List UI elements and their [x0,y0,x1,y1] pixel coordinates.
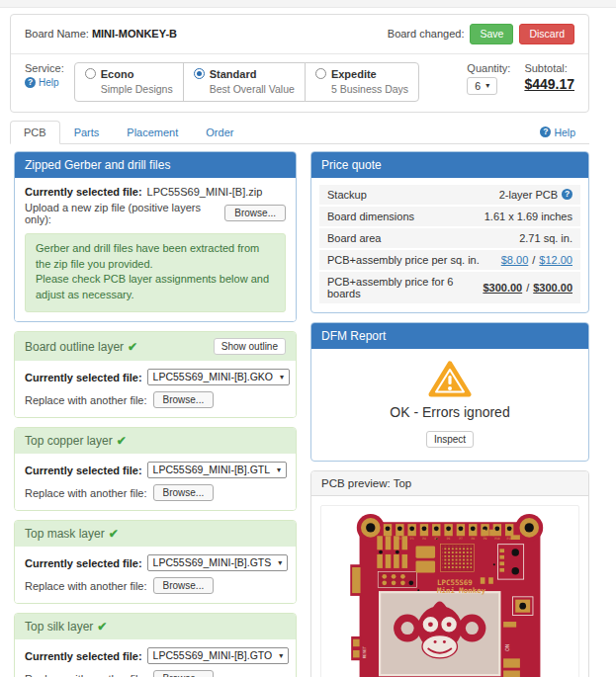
radio-expedite[interactable] [315,68,326,79]
dfm-status-text: OK - Errors ignored [321,404,578,420]
layer-file-value: LPC55S69_MINI-[B].GTS [153,556,272,568]
chevron-down-icon: ▾ [280,373,284,381]
gerber-extracted-alert: Gerber and drill files have been extract… [25,233,286,313]
service-option-name: Econo [101,68,134,80]
quantity-dropdown[interactable]: 6 ▾ [467,77,497,95]
layer-panel-top-mask: Top mask layer✔ Currently selected file:… [14,520,297,604]
price-row-dimensions: Board dimensions 1.61 x 1.69 inches [319,207,580,226]
layer-panel-top-silk: Top silk layer✔ Currently selected file:… [14,613,297,677]
service-option-econo[interactable]: Econo Simple Designs [74,62,184,102]
alert-line: Please check PCB layer assignments below… [36,272,275,303]
check-icon: ✔ [109,527,119,541]
service-option-expedite[interactable]: Expedite 5 Business Days [305,62,419,102]
quantity-value: 6 [475,80,481,92]
service-help-label: Help [39,77,59,88]
radio-econo[interactable] [85,68,96,79]
help-icon: ? [25,77,36,88]
pcb-preview-top-panel: PCB preview: Top [310,470,589,677]
price-separator: / [532,254,535,266]
svg-text:P11: P11 [506,537,512,541]
service-option-standard[interactable]: Standard Best Overall Value [183,62,306,102]
board-name: Board Name: MINI-MONKEY-B [25,28,177,40]
current-file-label: Currently selected file: [25,557,142,569]
service-options: Econo Simple Designs Standard Best Overa… [74,62,419,102]
service-option-name: Standard [210,68,257,80]
layer-browse-button[interactable]: Browse... [153,484,215,501]
pcb-price-link[interactable]: $8.00 [501,254,529,266]
warning-triangle-icon [428,361,472,398]
browser-chrome-strip [0,0,616,8]
service-option-desc: 5 Business Days [331,83,408,95]
pcb-total-link[interactable]: $300.00 [483,282,522,294]
layer-file-select-gto[interactable]: LPC55S69_MINI-[B].GTO ▾ [147,647,290,664]
zip-browse-button[interactable]: Browse... [224,205,286,221]
right-column: Price quote Stackup 2-layer PCB ? Board … [310,151,589,677]
layer-title: Board outline layer✔ [25,340,137,354]
dfm-report-panel: DFM Report OK - Errors ignored Inspect [310,322,589,462]
layer-file-value: LPC55S69_MINI-[B].GTL [153,464,270,475]
save-button[interactable]: Save [470,24,513,44]
check-icon: ✔ [117,434,127,448]
chevron-down-icon: ▾ [277,465,281,474]
radio-standard[interactable] [194,68,205,79]
discard-button[interactable]: Discard [519,24,574,44]
layer-title: Top mask layer✔ [25,527,119,541]
layer-panel-top-copper: Top copper layer✔ Currently selected fil… [14,427,297,511]
chevron-down-icon: ▾ [279,651,283,660]
tab-parts[interactable]: Parts [60,121,114,144]
tab-pcb[interactable]: PCB [10,121,60,144]
silk-text-board: Mini Monkey [437,586,486,595]
silk-text-reset: RESET [363,645,367,658]
zip-file-name: LPC55S69_MINI-[B].zip [147,186,263,198]
layer-file-select-gko[interactable]: LPC55S69_MINI-[B].GKO ▾ [147,369,290,385]
pcb-top-render: LPC55S69 Mini Monkey RESET ON P1 P2 P3 P… [326,511,573,677]
svg-text:P2: P2 [398,537,402,541]
help-icon[interactable]: ? [562,189,572,200]
svg-text:P6: P6 [447,537,451,541]
replace-file-label: Replace with another file: [25,394,147,406]
replace-file-label: Replace with another file: [25,673,147,677]
layer-file-select-gts[interactable]: LPC55S69_MINI-[B].GTS ▾ [147,554,289,571]
layer-browse-button[interactable]: Browse... [153,577,215,594]
help-icon: ? [540,127,551,137]
svg-text:P1: P1 [386,537,390,541]
price-separator: / [526,282,529,294]
quantity-label: Quantity: [467,62,510,74]
board-name-label: Board Name: [25,28,89,40]
assembly-total-link[interactable]: $300.00 [533,282,572,294]
pcb-preview-top-title: PCB preview: Top [311,471,588,496]
dfm-report-title: DFM Report [311,323,588,349]
inspect-button[interactable]: Inspect [426,431,474,448]
layer-browse-button[interactable]: Browse... [153,391,215,408]
layer-file-select-gtl[interactable]: LPC55S69_MINI-[B].GTL ▾ [147,462,287,478]
page-container: Board Name: MINI-MONKEY-B Board changed:… [10,14,589,677]
assembly-price-link[interactable]: $12.00 [539,254,572,266]
pcb-top-preview-image: LPC55S69 Mini Monkey RESET ON P1 P2 P3 P… [320,505,579,677]
layer-title: Top silk layer✔ [25,620,107,634]
tab-placement[interactable]: Placement [113,121,192,144]
layer-file-value: LPC55S69_MINI-[B].GTO [153,649,273,661]
service-help-link[interactable]: ? Help [25,77,64,88]
upload-zip-label: Upload a new zip file (positive layers o… [25,202,219,225]
current-file-label: Currently selected file: [25,650,142,662]
service-option-desc: Best Overall Value [210,83,295,95]
silk-text-on: ON [505,643,510,650]
svg-text:P4: P4 [422,537,426,541]
pcb-board-art: LPC55S69 Mini Monkey RESET ON P1 P2 P3 P… [350,513,543,677]
price-row-area: Board area 2.71 sq. in. [319,228,580,248]
layer-browse-button[interactable]: Browse... [153,670,215,677]
subtotal-value[interactable]: $449.17 [524,76,574,92]
show-outline-button[interactable]: Show outline [214,338,286,355]
layer-file-value: LPC55S69_MINI-[B].GKO [153,371,273,382]
subtotal-label: Subtotal: [524,62,574,74]
gerber-panel-title: Zipped Gerber and drill files [15,152,296,178]
chevron-down-icon: ▾ [278,558,282,567]
svg-text:P9: P9 [484,537,487,541]
chevron-down-icon: ▾ [485,81,489,90]
row-label: Board area [327,232,381,244]
row-value: 1.61 x 1.69 inches [484,211,572,222]
price-row-stackup: Stackup 2-layer PCB ? [319,185,580,205]
tabs-help-link[interactable]: ? Help [540,127,575,138]
board-summary-card: Board Name: MINI-MONKEY-B Board changed:… [10,14,589,113]
tab-order[interactable]: Order [192,121,247,144]
